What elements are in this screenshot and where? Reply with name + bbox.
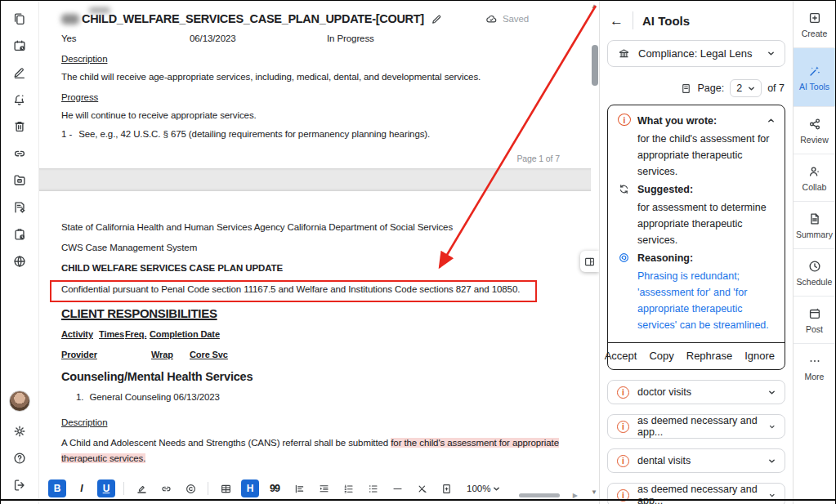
trash-icon[interactable] [11, 118, 29, 134]
gear-icon[interactable] [11, 423, 29, 439]
col-core-svc: Core Svc [190, 350, 228, 359]
indent-button[interactable] [315, 479, 333, 497]
legal-bank-icon [618, 47, 630, 60]
magic-wand-icon [807, 64, 822, 78]
zoom-control[interactable]: 100% [467, 484, 500, 493]
back-arrow-icon[interactable]: ← [610, 14, 624, 28]
rephrase-button[interactable]: Rephrase [686, 350, 732, 362]
suggestion-item-dental-visits[interactable]: i dental visits [607, 448, 785, 473]
footnote-text: See, e.g., 42 U.S.C. § 675 (detailing re… [78, 129, 430, 139]
col-times: Times [99, 329, 124, 339]
tab-ai-tools[interactable]: AI Tools [794, 48, 835, 107]
ignore-button[interactable]: Ignore [744, 350, 775, 362]
tab-summary[interactable]: Summary [794, 202, 835, 249]
page-icon [680, 83, 692, 95]
description-text: The child will receive age-appropriate s… [61, 72, 566, 82]
page-total: of 7 [767, 83, 785, 94]
page-indicator: Page 1 of 7 [61, 154, 566, 163]
scroll-right-arrow[interactable]: ▶ [573, 492, 578, 499]
copyright-button[interactable] [181, 479, 199, 497]
tab-label: Schedule [797, 277, 833, 287]
insert-table-button[interactable] [217, 479, 235, 497]
globe-icon[interactable] [11, 253, 29, 269]
document-gear-icon[interactable] [11, 199, 29, 215]
suggestion-item-as-deemed-2[interactable]: i as deemed necessary and app... [607, 483, 785, 504]
info-icon: i [617, 386, 629, 399]
heading-button[interactable]: H [241, 479, 259, 497]
user-avatar[interactable] [9, 390, 30, 412]
clipboard-clock-icon[interactable] [11, 226, 29, 242]
compliance-label: Compliance: Legal Lens [638, 47, 752, 60]
bell-icon[interactable] [11, 91, 29, 107]
suggested-label: Suggested: [637, 182, 693, 198]
tab-collab[interactable]: Collab [794, 154, 835, 202]
col-wrap: Wrap [151, 350, 173, 359]
header-divider [633, 11, 633, 29]
bold-button[interactable]: B [48, 479, 66, 497]
meta-court: Yes [61, 33, 190, 43]
link-icon[interactable] [11, 145, 29, 161]
compliance-selector[interactable]: Compliance: Legal Lens [607, 40, 785, 67]
collapse-card-icon[interactable] [767, 115, 775, 127]
progress-text: He will continue to receive appropriate … [61, 110, 566, 120]
zoom-level: 100% [467, 484, 490, 493]
reasoning-text: Phrasing is redundant; 'assessment for' … [637, 268, 775, 333]
calendar-clock-icon[interactable] [11, 38, 29, 53]
meta-date: 06/13/2023 [190, 33, 327, 43]
underline-button[interactable]: U [97, 479, 115, 497]
reasoning-label: Reasoning: [637, 251, 693, 266]
suggestion-item-doctor-visits[interactable]: i doctor visits [607, 380, 785, 404]
col-freq: Freq. [125, 329, 146, 339]
description-label-2: Description [61, 417, 566, 427]
info-icon: i [617, 455, 629, 467]
document-title-row: CHILD_WELFARE_SERVICES_CASE_PLAN_UPDATE-… [61, 9, 566, 29]
pencil-icon[interactable] [11, 65, 29, 80]
tab-create[interactable]: Create [794, 1, 835, 48]
logout-icon[interactable] [11, 477, 29, 493]
quote-button[interactable]: 99 [266, 479, 284, 497]
collab-people-icon [807, 164, 822, 179]
document-meta-row: Yes 06/13/2023 In Progress [61, 33, 566, 43]
copy-button[interactable]: Copy [649, 350, 673, 362]
clear-format-button[interactable] [413, 479, 431, 497]
folder-media-icon[interactable] [11, 172, 29, 188]
highlight-pen-button[interactable] [132, 479, 150, 497]
horizontal-scrollbar-thumb[interactable] [519, 493, 560, 497]
tab-schedule[interactable]: Schedule [794, 249, 835, 297]
sidebar-toggle-icon [583, 256, 596, 268]
bullet-list-button[interactable] [364, 479, 382, 497]
tab-more[interactable]: More [794, 344, 835, 391]
saved-status: Saved [485, 13, 529, 25]
accept-button[interactable]: Accept [605, 350, 637, 362]
vertical-scrollbar-thumb[interactable] [592, 45, 598, 86]
service-list-item: 1.General Counseling 06/13/2023 [61, 392, 566, 402]
ordered-list-button[interactable] [339, 479, 357, 497]
insert-link-button[interactable] [157, 479, 175, 497]
chevron-down-icon [767, 50, 775, 57]
tab-label: Collab [802, 182, 827, 192]
page-select[interactable]: 2 [730, 79, 762, 97]
more-dots-icon [807, 354, 822, 368]
collapse-panel-button[interactable] [580, 251, 599, 272]
tab-label: Create [802, 29, 828, 38]
edit-title-icon[interactable] [431, 13, 443, 25]
tab-review[interactable]: Review [794, 107, 835, 154]
footnote-marker: 1 - [61, 129, 72, 139]
chevron-down-icon [769, 423, 776, 430]
insert-page-button[interactable] [437, 479, 455, 497]
scroll-down-arrow[interactable]: ▼ [591, 488, 597, 496]
copy-icon[interactable] [11, 11, 29, 26]
tab-post[interactable]: Post [794, 297, 835, 344]
help-icon[interactable] [11, 450, 29, 466]
chevron-down-icon [768, 457, 776, 465]
document-title: CHILD_WELFARE_SERVICES_CASE_PLAN_UPDATE-… [82, 12, 424, 25]
suggestion-item-as-deemed-1[interactable]: i as deemed necessary and app... [607, 414, 785, 439]
app-window: CHILD_WELFARE_SERVICES_CASE_PLAN_UPDATE-… [0, 0, 836, 504]
tab-label: More [805, 372, 825, 381]
review-nodes-icon [807, 117, 822, 132]
horizontal-rule-button[interactable] [388, 479, 406, 497]
counseling-heading: Counseling/Mental Health Services [61, 370, 566, 383]
align-left-button[interactable] [290, 479, 308, 497]
scroll-up-arrow[interactable]: ▲ [591, 2, 597, 10]
italic-button[interactable]: I [73, 479, 91, 497]
